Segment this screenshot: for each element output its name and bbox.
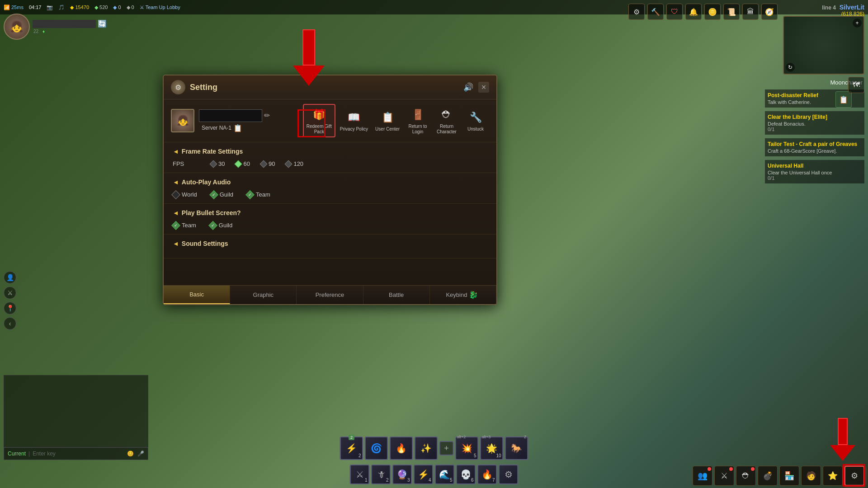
guild-audio-checkbox[interactable]: Guild [211, 191, 233, 198]
bullet-guild-checkbox[interactable]: Guild [210, 222, 232, 229]
player-name-panel: line 4 SilverLit (618,826) [822, 4, 864, 17]
user-center-button[interactable]: 📋 User Center [373, 108, 402, 134]
player-avatar: 👧 [4, 14, 30, 40]
gold-coin-icon[interactable]: 🪙 [704, 4, 721, 20]
br-icon-helmet[interactable]: ⛑ [736, 466, 756, 486]
chat-placeholder: Enter key [33, 450, 56, 457]
hammer-icon[interactable]: 🔨 [647, 4, 664, 20]
dialog-sound-button[interactable]: 🔊 [462, 81, 475, 94]
quest-item-3: Universal Hall Clear the Universal Hall … [765, 160, 864, 183]
rotation-icon: 🔄 [98, 19, 107, 28]
br-icon-person[interactable]: 🧑 [801, 466, 821, 486]
br-icon-bomb[interactable]: 💣 [758, 466, 778, 486]
copy-icon[interactable]: 📋 [233, 124, 242, 132]
fps-90-option[interactable]: 90 [261, 160, 275, 167]
bomb-icon: 💣 [763, 471, 773, 481]
sidebar-location-icon[interactable]: 📍 [4, 302, 16, 314]
skill-add-button[interactable]: + [439, 441, 454, 455]
bullet-section-arrow: ◄ [173, 209, 179, 216]
map-scroll-icon[interactable]: 🗺 [848, 77, 864, 93]
building-icon[interactable]: 🏛 [742, 4, 759, 20]
tab-keybind[interactable]: Keybind 🐉 [430, 286, 496, 304]
bottom-skill-1[interactable]: 🗡2 [371, 465, 391, 484]
fps-30-value: 30 [218, 160, 225, 167]
br-icon-group[interactable]: 👥 [693, 466, 712, 486]
bullet-team-checkbox[interactable]: Team [173, 222, 196, 229]
skill-slot-alt3[interactable]: alt+3 🌟 10 [480, 436, 504, 460]
minimap-settings-icon[interactable]: ⚙ [628, 4, 645, 20]
br-icon-settings[interactable]: ⚙ [844, 466, 864, 486]
br-icon-shop[interactable]: 🏪 [779, 466, 799, 486]
bottom-skill-5[interactable]: 💀6 [456, 465, 476, 484]
fps-120-option[interactable]: 120 [286, 160, 303, 167]
return-login-label: Return toLogin [408, 124, 427, 135]
return-character-button[interactable]: ⛑ ReturnCharacter [433, 105, 460, 136]
scroll-icon[interactable]: 📜 [723, 4, 740, 20]
skill-slot-3[interactable]: ✨ [415, 436, 438, 460]
keybind-tab-icon: 🐉 [469, 291, 478, 299]
user-center-label: User Center [375, 127, 400, 132]
privacy-policy-button[interactable]: 📖 Privacy Policy [337, 108, 371, 134]
team-audio-checkbox[interactable]: Team [247, 191, 270, 198]
fps-section-title: Frame Rate Settings [182, 148, 243, 155]
bottom-skill-2[interactable]: 🔮3 [392, 465, 412, 484]
br-icon-sword[interactable]: ⚔ [714, 466, 734, 486]
world-audio-checkbox[interactable]: World [173, 191, 197, 198]
bottom-right-icons: 👥 ⚔ ⛑ 💣 🏪 🧑 ⭐ ⚙ [693, 466, 864, 486]
fps-60-option[interactable]: 60 [236, 160, 250, 167]
skill-slot-0[interactable]: 2 ⚡ 2 [340, 436, 363, 460]
compass-icon[interactable]: 🧭 [761, 4, 778, 20]
bottom-skill-4[interactable]: 🌊5 [435, 465, 455, 484]
frame-rate-section: ◄ Frame Rate Settings FPS 30 60 90 [164, 142, 496, 173]
unstuck-button[interactable]: 🔧 Unstuck [462, 108, 489, 134]
minimap-zoom-icon[interactable]: + [853, 19, 862, 28]
graphic-tab-label: Graphic [253, 291, 274, 298]
skill-alt3-num: 10 [496, 453, 501, 458]
privacy-label: Privacy Policy [340, 127, 368, 132]
skill-0-badge: 2 [349, 435, 354, 440]
lobby-label: ⚔ Team Up Lobby [140, 5, 180, 10]
profile-name-input[interactable] [199, 109, 262, 122]
fps-section-arrow: ◄ [173, 148, 179, 155]
skill-slot-1[interactable]: 🌀 [365, 436, 388, 460]
dialog-close-button[interactable]: × [478, 82, 489, 93]
tab-battle[interactable]: Battle [363, 286, 430, 304]
tab-graphic[interactable]: Graphic [230, 286, 297, 304]
skill-slot-alt2[interactable]: alt+2 💥 5 [455, 436, 479, 460]
skill-slot-z[interactable]: Z 🐎 [505, 436, 528, 460]
bullet-screen-section: ◄ Play Bullet Screen? Team Guild [164, 204, 496, 235]
bottom-skill-3[interactable]: ⚡4 [414, 465, 434, 484]
music-icon: 🎵 [58, 5, 65, 10]
fps-options-row: FPS 30 60 90 120 [173, 160, 487, 167]
sound-settings-section: ◄ Sound Settings [164, 235, 496, 258]
chat-mic-icon[interactable]: 🎤 [137, 450, 144, 457]
quest-desc-1: Defeat Bonacius. [768, 121, 862, 127]
sidebar-friend-icon[interactable]: 👤 [4, 271, 16, 284]
tab-preference[interactable]: Preference [297, 286, 363, 304]
return-login-button[interactable]: 🚪 Return toLogin [404, 105, 431, 136]
sidebar-collapse-icon[interactable]: ‹ [4, 317, 16, 330]
notification-icon[interactable]: 🔔 [685, 4, 702, 20]
minimap-rotate-icon[interactable]: ↻ [786, 63, 795, 72]
currency4-display: ◆ 0 [127, 5, 134, 10]
fps-30-option[interactable]: 30 [211, 160, 225, 167]
bottom-skill-0[interactable]: ⚔1 [350, 465, 370, 484]
bottom-skill-settings[interactable]: ⚙ [499, 465, 519, 484]
chat-emoji-icon[interactable]: 😊 [127, 450, 134, 457]
sidebar-guild-icon[interactable]: ⚔ [4, 286, 16, 299]
battle-tab-label: Battle [389, 291, 404, 298]
pencil-icon[interactable]: ✏ [264, 111, 270, 120]
fps-90-diamond [259, 160, 267, 168]
skill-slot-2[interactable]: 🔥 [390, 436, 413, 460]
tab-basic[interactable]: Basic [164, 286, 230, 304]
shield-crossed-icon[interactable]: 🛡 [666, 4, 683, 20]
shop-icon: 🏪 [784, 471, 794, 481]
br-icon-star[interactable]: ⭐ [823, 466, 843, 486]
bottom-skill-6[interactable]: 🔥7 [477, 465, 497, 484]
world-audio-label: World [182, 191, 197, 198]
sound-section-title: Sound Settings [182, 240, 228, 247]
chat-input-bar: Current | Enter key 😊 🎤 [4, 447, 148, 460]
skill-z-badge: Z [524, 435, 527, 439]
player-line: line 4 [822, 5, 836, 11]
bullet-team-label: Team [182, 222, 196, 229]
